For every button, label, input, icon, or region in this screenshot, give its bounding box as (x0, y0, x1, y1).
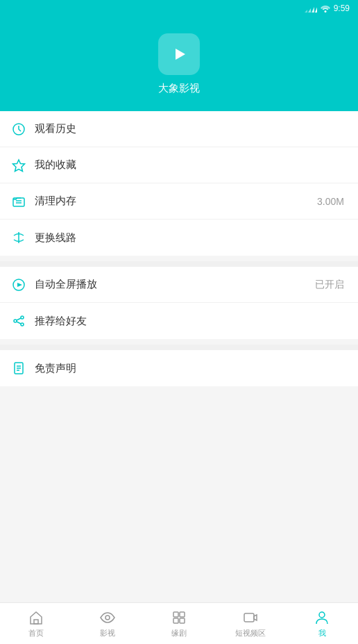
svg-marker-2 (312, 7, 314, 13)
tab-profile-label: 我 (318, 628, 326, 638)
recommend-label: 推荐给好友 (35, 315, 347, 328)
svg-point-14 (21, 316, 24, 319)
app-icon (158, 33, 200, 75)
tab-bar: 首页 影视 缘剧 短视频区 (0, 602, 358, 644)
tab-movies-label: 影视 (100, 628, 115, 638)
clock-icon (11, 122, 26, 137)
menu-group-2: 自动全屏播放 已开启 推荐给好友 (0, 267, 358, 339)
svg-marker-7 (13, 160, 25, 172)
tab-shortvideos-label: 短视频区 (235, 628, 266, 638)
status-bar: 9:59 (0, 0, 358, 17)
menu-item-clearcache[interactable]: 清理内存 3.00M (0, 183, 358, 220)
tab-item-shortvideos[interactable]: 短视频区 (215, 603, 287, 644)
tab-item-theatre[interactable]: 缘剧 (143, 603, 214, 644)
tab-theatre-label: 缘剧 (171, 628, 187, 638)
menu-item-autoplay[interactable]: 自动全屏播放 已开启 (0, 267, 358, 303)
clearcache-value: 3.00M (317, 196, 344, 207)
svg-rect-23 (34, 620, 38, 624)
svg-point-24 (105, 616, 110, 620)
profile-header: 大象影视 (0, 0, 358, 111)
status-time: 9:59 (334, 3, 350, 13)
svg-line-18 (17, 322, 21, 324)
grid-icon (171, 609, 187, 626)
tab-item-home[interactable]: 首页 (0, 603, 71, 644)
menu-group-3: 免责声明 (0, 350, 358, 386)
folder-icon (11, 194, 26, 209)
svg-marker-1 (308, 8, 311, 13)
disclaimer-label: 免责声明 (35, 362, 347, 375)
svg-rect-27 (173, 618, 178, 623)
autoplay-value: 已开启 (315, 279, 344, 291)
tab-item-movies[interactable]: 影视 (71, 603, 143, 644)
menu-item-disclaimer[interactable]: 免责声明 (0, 350, 358, 386)
svg-point-16 (21, 323, 24, 326)
autoplay-label: 自动全屏播放 (35, 278, 315, 291)
status-icons: 9:59 (305, 3, 350, 13)
svg-line-17 (17, 318, 21, 320)
svg-marker-5 (176, 49, 185, 60)
history-label: 观看历史 (35, 122, 347, 135)
svg-rect-29 (244, 613, 254, 622)
video-icon (242, 609, 259, 626)
svg-marker-0 (305, 10, 307, 13)
menu-item-switchline[interactable]: 更换线路 (0, 220, 358, 256)
svg-marker-13 (17, 283, 22, 287)
menu-item-history[interactable]: 观看历史 (0, 111, 358, 147)
switch-icon (11, 230, 26, 245)
tab-home-label: 首页 (28, 628, 44, 638)
person-icon (314, 609, 330, 626)
svg-marker-30 (254, 615, 257, 620)
svg-rect-26 (180, 612, 185, 617)
section-divider-2 (0, 345, 358, 350)
switchline-label: 更换线路 (35, 231, 347, 245)
home-icon (28, 609, 44, 626)
menu-item-recommend[interactable]: 推荐给好友 (0, 303, 358, 339)
menu-group-1: 观看历史 我的收藏 清理内存 3.00M (0, 111, 358, 256)
svg-point-15 (14, 320, 17, 322)
clearcache-label: 清理内存 (35, 195, 317, 208)
section-divider-1 (0, 261, 358, 267)
svg-point-31 (319, 612, 325, 618)
svg-rect-28 (180, 618, 185, 623)
svg-rect-25 (173, 612, 178, 617)
share-icon (11, 313, 26, 329)
app-name: 大象影视 (158, 82, 200, 95)
doc-icon (11, 361, 26, 376)
menu-item-favorites[interactable]: 我的收藏 (0, 147, 358, 183)
star-icon (11, 158, 26, 173)
svg-point-4 (324, 10, 326, 13)
tab-item-profile[interactable]: 我 (287, 603, 358, 644)
svg-marker-3 (315, 6, 317, 13)
favorites-label: 我的收藏 (35, 158, 347, 172)
eye-icon (99, 609, 116, 626)
play-circle-icon (11, 277, 26, 292)
